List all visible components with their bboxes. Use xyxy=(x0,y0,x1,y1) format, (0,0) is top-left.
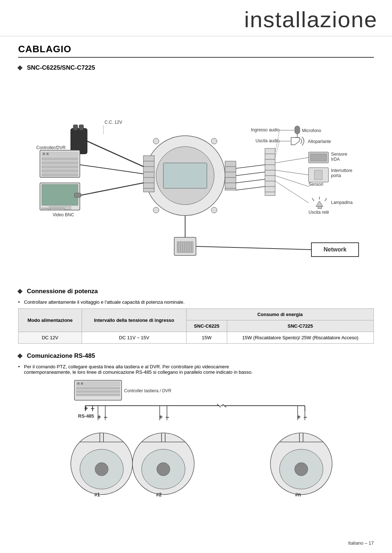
svg-rect-84 xyxy=(318,206,322,209)
svg-text:Controller/DVR: Controller/DVR xyxy=(36,145,66,150)
svg-rect-61 xyxy=(295,126,300,134)
svg-line-44 xyxy=(81,183,143,195)
svg-text:–: – xyxy=(303,413,307,421)
svg-point-18 xyxy=(211,138,217,144)
svg-line-78 xyxy=(275,170,309,175)
svg-rect-42 xyxy=(50,208,65,210)
svg-rect-77 xyxy=(314,170,322,180)
svg-line-56 xyxy=(236,172,265,176)
svg-text:+: + xyxy=(297,413,301,421)
svg-text:Video BNC: Video BNC xyxy=(53,212,74,217)
svg-point-20 xyxy=(211,207,217,213)
svg-point-19 xyxy=(153,207,159,213)
table-cell-mode: DC 12V xyxy=(19,332,82,344)
svg-text:Uscita audio: Uscita audio xyxy=(256,138,279,143)
page-footer: Italiano – 17 xyxy=(348,540,374,546)
comunicazione-bullet1: Per il comando PTZ, collegare questa lin… xyxy=(18,364,374,375)
svg-line-85 xyxy=(312,198,314,201)
svg-text:C.C. 12V: C.C. 12V xyxy=(105,120,122,125)
diamond-icon-3 xyxy=(17,353,23,359)
page-header: installazione xyxy=(0,0,392,36)
svg-text:#n: #n xyxy=(295,492,301,497)
svg-text:Sensore: Sensore xyxy=(331,152,347,157)
svg-text:Controller tastiera / DVR: Controller tastiera / DVR xyxy=(124,388,171,393)
svg-line-103 xyxy=(196,246,311,250)
svg-text:Ingresso audio: Ingresso audio xyxy=(251,127,279,132)
svg-point-144 xyxy=(157,463,170,476)
svg-line-88 xyxy=(275,181,309,203)
table-cell-voltage: DC 11V ~ 15V xyxy=(82,332,186,344)
svg-rect-110 xyxy=(81,382,83,385)
svg-text:RS-485: RS-485 xyxy=(78,413,94,419)
svg-text:–: – xyxy=(91,405,94,412)
svg-line-73 xyxy=(275,157,309,163)
svg-rect-32 xyxy=(42,169,78,172)
svg-line-58 xyxy=(236,187,265,190)
svg-point-151 xyxy=(295,463,308,476)
svg-text:Uscita relè: Uscita relè xyxy=(309,210,329,215)
table-col2-header: Intervallo della tensione di ingresso xyxy=(82,309,186,332)
svg-text:Interruttore: Interruttore xyxy=(331,168,352,173)
svg-rect-22 xyxy=(73,125,78,130)
svg-text:porta: porta xyxy=(331,173,341,178)
svg-rect-23 xyxy=(79,125,83,130)
power-table: Modo alimentazione Intervallo della tens… xyxy=(18,308,374,344)
comunicazione-title: Comunicazione RS-485 xyxy=(18,352,374,360)
svg-text:IrDA: IrDA xyxy=(331,157,340,162)
svg-text:#2: #2 xyxy=(156,492,162,497)
svg-text:+: + xyxy=(97,413,101,421)
svg-rect-34 xyxy=(43,153,45,155)
main-content: CABLAGIO SNC-C6225/SNC-C7225 xyxy=(0,36,392,513)
svg-line-24 xyxy=(87,141,143,167)
table-col3-header: Consumo di energia xyxy=(187,309,374,320)
svg-text:Network: Network xyxy=(323,246,346,253)
svg-marker-83 xyxy=(316,201,323,206)
svg-rect-107 xyxy=(76,390,120,393)
svg-rect-72 xyxy=(310,154,327,161)
page-number: Italiano – 17 xyxy=(348,540,374,546)
svg-rect-31 xyxy=(42,165,78,168)
svg-rect-41 xyxy=(42,208,48,210)
connessione-title: Connessione di potenza xyxy=(18,288,374,295)
svg-rect-43 xyxy=(74,193,81,197)
svg-rect-46 xyxy=(265,148,275,196)
svg-text:Lampadina: Lampadina xyxy=(331,200,353,205)
section-title: CABLAGIO xyxy=(18,44,374,58)
svg-rect-33 xyxy=(42,173,78,176)
rs485-diagram: Controller tastiera / DVR + – RS-485 + – xyxy=(18,378,374,502)
svg-rect-35 xyxy=(46,153,49,155)
table-cell-snc6225: 15W xyxy=(187,332,227,344)
svg-rect-29 xyxy=(42,157,78,160)
svg-line-55 xyxy=(236,165,265,168)
connessione-bullet: Controllare attentamente il voltaggio e … xyxy=(18,299,374,305)
wiring-diagram: C.C. 12V Controller/DVR xyxy=(18,76,374,279)
svg-rect-4 xyxy=(225,161,236,190)
svg-rect-109 xyxy=(77,382,79,385)
table-col1-header: Modo alimentazione xyxy=(19,309,82,332)
svg-rect-106 xyxy=(76,387,120,389)
rs485-svg: Controller tastiera / DVR + – RS-485 + – xyxy=(18,378,374,502)
svg-rect-3 xyxy=(163,163,207,188)
svg-text:–: – xyxy=(166,413,169,421)
svg-marker-67 xyxy=(291,138,299,145)
table-row: DC 12V DC 11V ~ 15V 15W 15W (Riscaldator… xyxy=(19,332,374,344)
svg-text:Microfono: Microfono xyxy=(302,128,321,133)
diamond-icon xyxy=(17,65,23,70)
svg-rect-108 xyxy=(76,394,120,396)
svg-rect-30 xyxy=(42,161,78,164)
page-title: installazione xyxy=(244,7,377,32)
svg-text:#1: #1 xyxy=(94,492,100,497)
svg-text:Sensori: Sensori xyxy=(309,182,323,187)
svg-rect-39 xyxy=(42,184,78,205)
svg-rect-92 xyxy=(177,242,193,253)
svg-text:–: – xyxy=(104,413,107,421)
svg-line-57 xyxy=(236,179,265,183)
table-col3b-header: SNC-C7225 xyxy=(227,320,373,332)
svg-line-37 xyxy=(80,165,143,174)
svg-line-87 xyxy=(325,198,327,201)
svg-point-17 xyxy=(153,138,159,144)
svg-point-137 xyxy=(95,463,108,476)
table-col3a-header: SNC-C6225 xyxy=(187,320,227,332)
svg-text:+: + xyxy=(84,405,88,412)
snc-subsection-title: SNC-C6225/SNC-C7225 xyxy=(18,64,374,71)
